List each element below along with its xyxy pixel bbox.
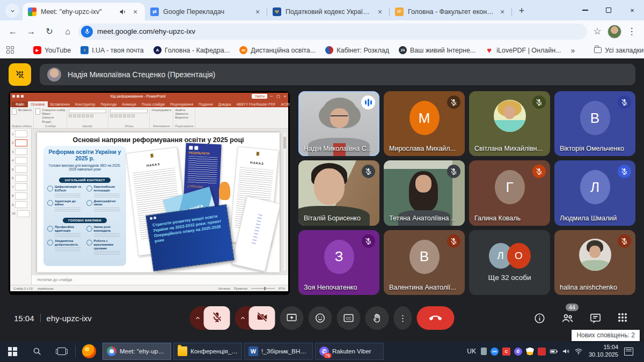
ribbon-mini-button[interactable]	[82, 114, 85, 117]
comments-toggle[interactable]: Примітки	[234, 287, 247, 290]
language-switcher[interactable]: UK	[467, 348, 476, 355]
reload-button[interactable]: ↻	[42, 24, 57, 39]
participant-tile[interactable]: ЛОЩе 32 особи	[469, 230, 550, 295]
people-panel-button[interactable]: 44	[560, 311, 574, 325]
ribbon-button[interactable]: Виділити	[175, 116, 188, 120]
participant-tile[interactable]: Тетяна Анатоліївна ...	[384, 160, 465, 225]
ppt-tab-основне[interactable]: Основне	[28, 101, 48, 107]
slide-thumbnail-5[interactable]: 5	[12, 166, 31, 173]
slide-thumbnail-7[interactable]: 7	[12, 183, 31, 190]
tab-close-button[interactable]: ×	[376, 8, 384, 16]
profile-avatar[interactable]	[608, 25, 621, 39]
ribbon-button[interactable]: Замінити	[175, 112, 188, 116]
slide-thumbnail-1[interactable]: 1	[12, 130, 31, 137]
ppt-quick-access-toolbar[interactable]	[12, 95, 24, 98]
browser-tab[interactable]: Meet: "ehy-upzc-ixv"×	[23, 3, 145, 20]
slide-thumbnail-10[interactable]: 10	[12, 210, 31, 217]
ribbon-mini-button[interactable]	[110, 114, 113, 117]
bookmark-item[interactable]: iI.UA - твоя почта	[80, 46, 144, 54]
new-tab-button[interactable]: +	[514, 3, 529, 18]
ppt-tab-рецензування[interactable]: Рецензування	[167, 101, 196, 107]
ribbon-button[interactable]: Створити слайд	[42, 108, 65, 112]
device-tray-icon[interactable]	[481, 348, 487, 355]
chat-panel-button[interactable]	[588, 311, 602, 325]
tab-audio-icon[interactable]	[119, 8, 127, 16]
bookmark-item[interactable]: ▶YouTube	[33, 46, 71, 54]
ppt-tab-конструктор[interactable]: Конструктор	[72, 101, 98, 107]
ribbon-button[interactable]: Вставити	[18, 108, 32, 112]
ppt-tab-показ-слайдів[interactable]: Показ слайдів	[139, 101, 167, 107]
ribbon-mini-button[interactable]	[119, 114, 122, 117]
ribbon-button[interactable]: Скинути	[42, 116, 65, 120]
ppt-tab-довідка[interactable]: Довідка	[216, 101, 234, 107]
ribbon-mini-button[interactable]	[86, 114, 89, 117]
ppt-tab-подання[interactable]: Подання	[196, 101, 216, 107]
mic-off-button[interactable]	[204, 306, 230, 330]
ribbon-button[interactable]: Знайти	[175, 108, 188, 112]
ppt-tab-acrobat[interactable]: ACROBAT	[279, 101, 290, 107]
browser-tab[interactable]: ⇄Google Перекладач×	[145, 3, 267, 20]
ribbon-mini-button[interactable]	[114, 114, 118, 117]
activities-button[interactable]	[616, 311, 630, 325]
ppt-tab-вставлення[interactable]: Вставлення	[48, 101, 72, 107]
taskbar-task[interactable]: ✆76Rakuten Viber	[315, 343, 384, 360]
present-button[interactable]	[280, 306, 304, 330]
ribbon-mini-button[interactable]	[123, 114, 126, 117]
participant-tile[interactable]: ЗЗоя Непочатенко	[298, 230, 379, 295]
end-call-button[interactable]	[417, 306, 455, 330]
wifi-icon[interactable]	[574, 347, 583, 356]
taskbar-search-button[interactable]	[25, 341, 49, 361]
slide-thumbnail-8[interactable]: 8	[12, 193, 31, 200]
ribbon-control[interactable]	[110, 109, 148, 113]
close-button[interactable]: ×	[620, 0, 644, 20]
taskbar-task[interactable]: Meet: "ehy-upzc-ixv" ...	[103, 343, 171, 360]
forward-button[interactable]: →	[24, 24, 39, 39]
participant-tile[interactable]: ГГалина Коваль	[469, 160, 550, 225]
keypad-off-button[interactable]	[9, 63, 31, 86]
bookmark-item[interactable]: mДистанційна освіта...	[239, 46, 316, 54]
viber-tray-icon[interactable]: ✆	[514, 348, 522, 356]
ppt-tab-анімація[interactable]: Анімація	[119, 101, 139, 107]
tab-close-button[interactable]: ×	[498, 8, 507, 16]
meeting-details-button[interactable]	[532, 311, 546, 325]
ribbon-mini-button[interactable]	[131, 114, 135, 117]
app-tray-icon[interactable]	[538, 348, 546, 356]
participant-tile[interactable]: MМирослава Михайл...	[384, 91, 465, 156]
site-mic-indicator-icon[interactable]	[81, 26, 93, 38]
ribbon-mini-button[interactable]	[127, 114, 130, 117]
restore-button[interactable]	[597, 0, 620, 20]
participant-tile[interactable]: BВікторія Омельченко	[554, 91, 635, 156]
task-view-button[interactable]	[49, 341, 74, 361]
bookmarks-overflow-button[interactable]: »	[571, 46, 575, 55]
action-center-button[interactable]	[624, 348, 633, 356]
start-button[interactable]	[0, 341, 25, 361]
participant-tile[interactable]: ЛЛюдмила Шмалий	[554, 160, 635, 225]
ppt-scrollbar[interactable]	[283, 132, 287, 271]
taskbar-task[interactable]: W!_Збірник_ВНПК-202...	[244, 343, 313, 360]
ribbon-control[interactable]	[69, 109, 106, 113]
antivirus-tray-icon[interactable]	[526, 348, 534, 356]
slide-thumbnail-2[interactable]: 2	[12, 139, 31, 146]
ribbon-mini-button[interactable]	[73, 114, 76, 117]
participant-tile[interactable]: Віталій Борисенко	[298, 160, 379, 225]
slide-thumbnail-3[interactable]: 3	[12, 148, 31, 155]
zoom-slider[interactable]	[251, 288, 275, 289]
slide-thumbnail-9[interactable]: 9	[12, 201, 31, 208]
browser-tab[interactable]: ΨПодатковий кодекс України | г×	[267, 3, 390, 20]
participant-tile[interactable]: BВалентина Анатолії...	[384, 230, 465, 295]
participant-tile[interactable]: halina anishchenko	[554, 230, 635, 295]
more-options-button[interactable]: ⋮	[394, 306, 412, 330]
ppt-sign-in-button[interactable]: Увійти	[252, 94, 267, 99]
all-bookmarks-button[interactable]: Усі закладки	[594, 47, 643, 54]
battery-icon[interactable]	[550, 347, 558, 356]
bookmark-star-button[interactable]: ☆	[590, 26, 604, 37]
ribbon-mini-button[interactable]	[90, 114, 93, 117]
back-button[interactable]: ←	[5, 24, 20, 39]
bookmark-item[interactable]: ♥iLovePDF | Онлайн...	[485, 46, 561, 54]
tab-search-button[interactable]	[5, 4, 19, 18]
home-button[interactable]: ⌂	[60, 24, 75, 39]
participant-tile[interactable]: Надія Миколаївна С...	[298, 91, 379, 156]
firefox-taskbar-button[interactable]	[77, 341, 101, 361]
bookmark-item[interactable]: AГоловна - Кафедра...	[153, 46, 230, 54]
ribbon-mini-button[interactable]	[69, 114, 72, 117]
